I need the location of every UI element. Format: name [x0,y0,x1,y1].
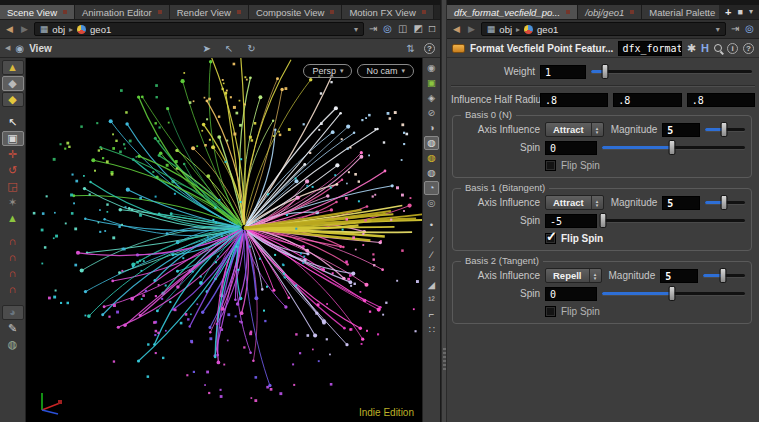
stow-collapse-icon[interactable]: ◀ [5,44,10,52]
ihr-field-y[interactable]: .8 [613,93,681,107]
pin-pane-icon-right[interactable]: ⇥ [730,24,740,34]
weight-field[interactable]: 1 [540,65,586,79]
breadcrumb-context[interactable]: obj [52,24,65,35]
wireframe-icon[interactable]: ◎ [424,196,439,210]
grid-sphere-icon[interactable]: ◍ [2,337,24,352]
ihr-field-z[interactable]: .8 [687,93,755,107]
view-tool-icon[interactable]: ↻ [247,43,255,54]
flip-spin-checkbox-0[interactable] [545,160,556,171]
spin-slider-2[interactable] [602,286,745,301]
forward-icon[interactable]: ▶ [19,25,30,34]
breadcrumb-context-right[interactable]: obj [499,24,512,35]
translate-handle-icon[interactable]: ✛ [2,147,24,162]
flip-spin-checkbox-2[interactable] [545,306,556,317]
visibility-eye-icon[interactable]: ◉ [424,61,439,75]
spinner-icon[interactable]: ▴▾ [591,123,603,136]
tab-dfx-format-vecfield-po[interactable]: dfx_format_vecfield_po... [447,5,578,19]
breadcrumb[interactable]: ▦ obj ▸ geo1 ▾ [34,22,364,36]
magnitude-slider-1[interactable] [705,195,745,210]
follow-selection-icon-right[interactable]: ◎ [744,24,755,34]
point-numbers-icon[interactable]: ¹² [424,263,439,277]
primitive-triangle-icon[interactable]: ▲ [2,211,24,226]
tool-cone-icon[interactable]: ▲ [2,60,24,75]
axis-influence-menu-1[interactable]: Attract ▴▾ [545,195,604,210]
shading-mode-icon[interactable]: ◕ [2,305,24,320]
display-settings-icon[interactable]: ⇅ [407,43,415,54]
volatile-select-icon[interactable]: ➤ [203,43,211,54]
breadcrumb-right[interactable]: ▦ obj ▸ geo1 ▾ [481,22,726,36]
material-sphere-icon[interactable]: ◑ [424,121,439,135]
breadcrumb-node-right[interactable]: geo1 [537,24,558,35]
spin-field-2[interactable]: 0 [545,287,597,301]
points-display-icon[interactable]: • [424,218,439,232]
tab-composite-view[interactable]: Composite View [249,5,342,19]
help-icon[interactable]: ? [424,43,435,54]
weight-slider[interactable] [591,64,752,79]
tool-diamond-icon[interactable]: ◆ [2,76,24,91]
linked-cube-icon[interactable]: ◩ [413,24,424,34]
geometry-box-icon[interactable]: ▣ [424,76,439,90]
viewport-3d[interactable]: Persp▾ No cam▾ Indie Edition [26,58,422,422]
magnitude-field-1[interactable]: 5 [662,196,700,210]
breadcrumb-dropdown-icon-right[interactable]: ▾ [716,25,720,34]
gear-icon[interactable]: ✱ [687,43,696,54]
h-badge-icon[interactable]: H [701,43,709,54]
pane-maximize-icon-right[interactable]: ■ [738,8,743,17]
smooth-shaded-icon[interactable]: ◔ [424,181,439,195]
forward-icon-right[interactable]: ▶ [466,25,477,34]
spin-slider-1[interactable] [602,213,745,228]
select-arrow-icon[interactable]: ↖ [2,115,24,130]
normal-lights-icon[interactable]: ◍ [424,151,439,165]
ihr-field-x[interactable]: .8 [540,93,608,107]
magnitude-slider-0[interactable] [705,122,745,137]
tool-cube-icon[interactable]: ◆ [2,92,24,107]
tab-render-view[interactable]: Render View [170,5,249,19]
breadcrumb-node[interactable]: geo1 [90,24,111,35]
snap-point-magnet-icon[interactable]: ∩ [2,266,24,281]
magnifier-icon[interactable] [714,44,722,52]
info-icon[interactable]: i [727,43,738,54]
breadcrumb-dropdown-icon[interactable]: ▾ [354,25,358,34]
lock-display-icon[interactable]: ◈ [424,91,439,105]
select-mode-icon[interactable]: ↖ [225,43,233,54]
magnitude-slider-2[interactable] [703,268,745,283]
view-cube-icon[interactable]: ◫ [397,24,408,34]
high-quality-light-icon[interactable]: ◍ [424,166,439,180]
persp-view-selector[interactable]: Persp▾ [303,64,352,78]
spin-slider-0[interactable] [602,140,745,155]
snap-magnet-icon[interactable]: ∩ [2,282,24,297]
spin-field-1[interactable]: -5 [545,214,597,228]
headlight-icon[interactable]: ◍ [424,136,439,150]
magnitude-field-2[interactable]: 5 [660,269,698,283]
tab-material-palette[interactable]: Material Palette [642,5,719,19]
layout-square-icon[interactable]: □ [428,24,436,34]
tab-animation-editor[interactable]: Animation Editor [75,5,170,19]
node-type-icon[interactable] [452,44,465,53]
magnitude-field-0[interactable]: 5 [662,123,700,137]
camera-selector[interactable]: No cam▾ [357,64,414,78]
pose-tool-icon[interactable]: ✶ [2,195,24,210]
tab-obj-geo1[interactable]: /obj/geo1 [578,5,642,19]
node-name-field[interactable]: dfx_format_vecfield_p [618,41,681,56]
prim-normals-icon[interactable]: ◢ [424,278,439,292]
rotate-handle-icon[interactable]: ↺ [2,163,24,178]
new-tab-button-right[interactable]: + [725,7,731,18]
axis-influence-menu-2[interactable]: Repell ▴▾ [545,268,602,283]
snap-grid-magnet-icon[interactable]: ∩ [2,234,24,249]
scale-handle-icon[interactable]: ◲ [2,179,24,194]
follow-selection-icon[interactable]: ◎ [382,24,393,34]
tab-scene-view[interactable]: Scene View [0,5,75,19]
flip-spin-checkbox-1[interactable] [545,233,556,244]
flipbook-icon[interactable]: ✎ [2,321,24,336]
pane-menu-icon-right[interactable]: ▾ [749,8,753,16]
spinner-icon[interactable]: ▴▾ [591,196,603,209]
light-off-icon[interactable]: ⊘ [424,106,439,120]
prim-numbers-icon[interactable]: ¹² [424,293,439,307]
help-icon-right[interactable]: ? [743,43,754,54]
back-icon-right[interactable]: ◀ [451,25,462,34]
axis-influence-menu-0[interactable]: Attract ▴▾ [545,122,604,137]
snapshot-grid-icon[interactable]: ∷ [424,323,439,337]
point-trails-icon[interactable]: ⁄ [424,233,439,247]
view-gate-icon[interactable]: ⌐ [424,308,439,322]
point-normals-icon[interactable]: ∕ [424,248,439,262]
